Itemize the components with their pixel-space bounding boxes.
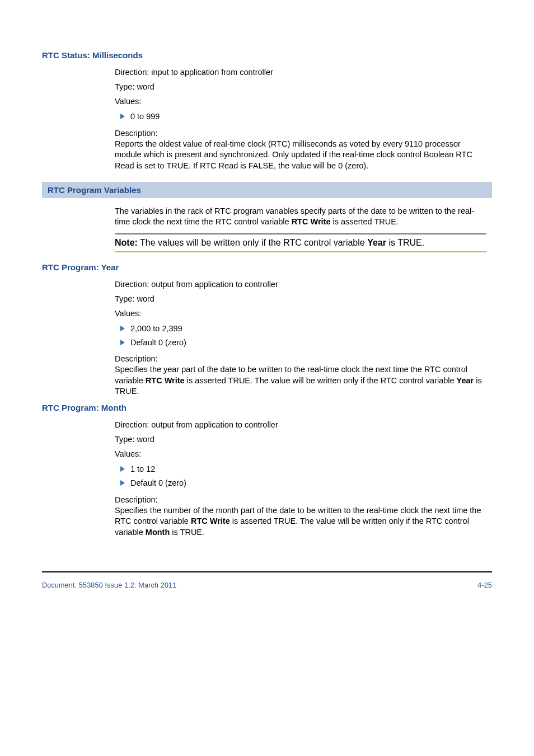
direction-line: Direction: output from application to co… [115, 280, 486, 289]
list-item: Default 0 (zero) [115, 478, 486, 489]
intro-post: is asserted TRUE. [330, 217, 398, 226]
desc-bold-2: Month [146, 528, 170, 537]
values-label: Values: [115, 309, 486, 318]
footer-right: 4-25 [477, 581, 492, 589]
svg-marker-0 [120, 114, 125, 119]
intro-bold: RTC Write [292, 217, 331, 226]
desc-mid: is asserted TRUE. The value will be writ… [185, 376, 457, 385]
svg-marker-1 [120, 326, 125, 331]
desc-bold-1: RTC Write [191, 516, 230, 525]
triangle-bullet-icon [120, 480, 125, 486]
type-line: Type: word [115, 82, 486, 91]
desc-bold-1: RTC Write [146, 376, 185, 385]
direction-line: Direction: input to application from con… [115, 68, 486, 77]
heading-rtc-program-year: RTC Program: Year [42, 262, 492, 272]
note-pre: The values will be written only if the R… [138, 238, 367, 247]
intro-paragraph: The variables in the rack of RTC program… [115, 206, 486, 228]
triangle-bullet-icon [120, 326, 125, 331]
description-label: Description: [115, 495, 486, 504]
values-label: Values: [115, 449, 486, 458]
bullet-text: Default 0 (zero) [130, 478, 186, 489]
heading-rtc-status-ms: RTC Status: Milliseconds [42, 50, 492, 60]
list-item: 0 to 999 [115, 111, 486, 122]
svg-marker-3 [120, 466, 125, 472]
desc-post: is TRUE. [170, 528, 204, 537]
description-body: Reports the oldest value of real-time cl… [115, 139, 486, 172]
svg-marker-2 [120, 340, 125, 345]
bullet-text: Default 0 (zero) [130, 337, 186, 348]
type-line: Type: word [115, 435, 486, 444]
list-item: 2,000 to 2,399 [115, 323, 486, 334]
values-label: Values: [115, 97, 486, 106]
note-label: Note: [115, 238, 138, 247]
triangle-bullet-icon [120, 466, 125, 472]
bullet-text: 1 to 12 [130, 464, 155, 475]
direction-line: Direction: output from application to co… [115, 420, 486, 429]
desc-bold-2: Year [457, 376, 474, 385]
description-body: Specifies the year part of the date to b… [115, 364, 486, 397]
type-line: Type: word [115, 294, 486, 303]
description-label: Description: [115, 129, 486, 138]
note-post: is TRUE. [386, 238, 424, 247]
list-item: Default 0 (zero) [115, 337, 486, 348]
note-bold: Year [367, 238, 386, 247]
heading-rtc-program-month: RTC Program: Month [42, 403, 492, 412]
note-box: Note: The values will be written only if… [115, 233, 486, 252]
svg-marker-4 [120, 480, 125, 486]
page-footer: Document: 553850 Issue 1.2: March 2011 4… [42, 581, 492, 589]
heading-rtc-program-variables: RTC Program Variables [42, 182, 492, 198]
triangle-bullet-icon [120, 114, 125, 119]
triangle-bullet-icon [120, 340, 125, 345]
description-body: Specifies the number of the month part o… [115, 505, 486, 538]
bullet-text: 0 to 999 [130, 111, 160, 122]
description-label: Description: [115, 354, 486, 363]
footer-left: Document: 553850 Issue 1.2: March 2011 [42, 581, 176, 589]
footer-divider [42, 571, 492, 572]
list-item: 1 to 12 [115, 464, 486, 475]
bullet-text: 2,000 to 2,399 [130, 323, 182, 334]
